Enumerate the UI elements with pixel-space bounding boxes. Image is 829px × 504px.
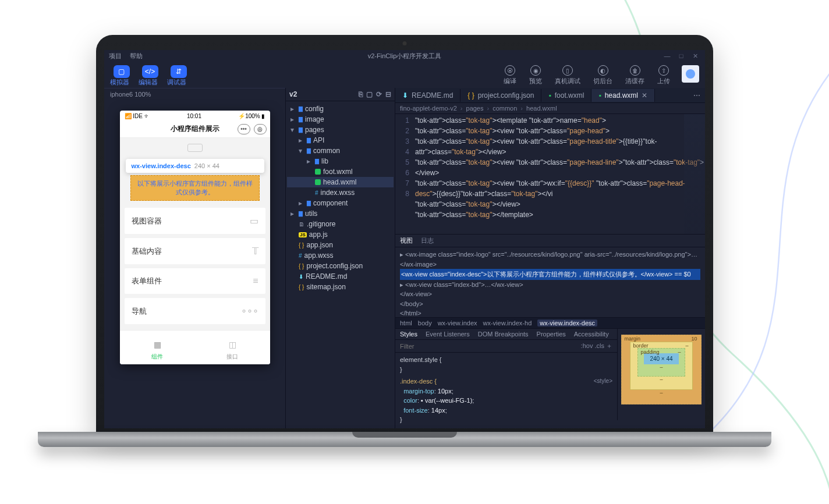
toolbar-action[interactable]: ⇧上传 (657, 65, 670, 86)
devtools-tab-log[interactable]: 日志 (421, 236, 434, 245)
dom-line[interactable]: ▸ <wx-view class="index-bd">…</wx-view> (400, 280, 700, 290)
editor-tab[interactable]: ▪foot.wxml (541, 89, 591, 102)
phone-simulator: 📶 IDE ᯤ 10:01 ⚡100% ▮ 小程序组件展示 ••• ◎ (120, 111, 270, 364)
styles-subtab[interactable]: Styles (400, 331, 417, 338)
dom-crumb[interactable]: wx-view.index (438, 320, 477, 326)
styles-pane: StylesEvent ListenersDOM BreakpointsProp… (395, 329, 618, 420)
phone-tabbar: ▦ 组件 ◫ 接口 (120, 330, 270, 364)
toolbar-action[interactable]: ◐切后台 (593, 65, 612, 86)
status-battery: ⚡100% ▮ (238, 113, 265, 119)
code-line[interactable]: "tok-attr">class="tok-tag"></template> (415, 210, 705, 220)
tree-item-label: .gitignore (307, 220, 335, 228)
breadcrumb-segment[interactable]: common (493, 105, 517, 112)
component-list-item[interactable]: 导航∘∘∘ (125, 298, 265, 324)
phone-tab-api[interactable]: ◫ 接口 (195, 331, 270, 364)
tree-row[interactable]: JSapp.js (287, 229, 394, 240)
phone-tab-components[interactable]: ▦ 组件 (120, 331, 195, 364)
file-type-icon: ⬇ (402, 91, 408, 100)
refresh-icon[interactable]: ⟳ (376, 90, 382, 98)
tree-row[interactable]: ▾▇pages (287, 125, 394, 135)
code-line[interactable]: "tok-attr">class="tok-tag"></view> (415, 199, 705, 210)
tree-row[interactable]: { }sitemap.json (287, 282, 394, 292)
code-line[interactable]: "tok-attr">class="tok-tag"><view "tok-at… (415, 178, 705, 199)
toolbar-pill[interactable]: ⇵ (171, 65, 187, 78)
code-line[interactable] (415, 220, 705, 230)
tree-row[interactable]: ▸▇config (287, 104, 394, 114)
toolbar-action[interactable]: 🗑清缓存 (625, 65, 644, 86)
breadcrumb-segment[interactable]: fino-applet-demo-v2 (400, 105, 457, 112)
tree-row[interactable]: ▸▇image (287, 114, 394, 125)
tree-row[interactable]: ▸▇component (287, 198, 394, 208)
editor-tab[interactable]: ▪head.wxml✕ (591, 89, 655, 102)
tree-row[interactable]: { }project.config.json (287, 261, 394, 271)
css-rules[interactable]: element.style { } .index-desc {<style> m… (395, 353, 617, 428)
code-editor[interactable]: 12345678 "tok-attr">class="tok-tag"><tem… (395, 114, 705, 234)
toolbar-action[interactable]: ⦿编译 (504, 65, 516, 86)
tree-row[interactable]: ▸▇API (287, 135, 394, 145)
component-list-item[interactable]: 视图容器▭ (125, 208, 265, 234)
tree-row[interactable]: 🗎.gitignore (287, 219, 394, 229)
minimap[interactable] (684, 114, 705, 234)
tree-row[interactable]: #index.wxss (287, 187, 394, 198)
new-file-icon[interactable]: ⎘ (359, 90, 363, 98)
tree-row[interactable]: foot.wxml (287, 166, 394, 177)
user-avatar[interactable] (682, 65, 699, 83)
code-line[interactable]: "tok-attr">class="tok-tag"><view "tok-at… (415, 126, 705, 136)
styles-subtab[interactable]: Properties (537, 331, 566, 338)
dom-crumb[interactable]: html (400, 320, 412, 326)
tree-row[interactable]: #app.wxss (287, 250, 394, 261)
styles-subtab[interactable]: DOM Breakpoints (478, 331, 529, 338)
toolbar-pill[interactable]: ▢ (114, 65, 130, 78)
styles-filter-input[interactable] (400, 343, 581, 350)
styles-subtab[interactable]: Event Listeners (426, 331, 470, 338)
window-minimize-button[interactable]: — (662, 52, 672, 60)
window-maximize-button[interactable]: □ (676, 52, 686, 60)
dom-crumb[interactable]: wx-view.index-desc (537, 320, 597, 326)
toolbar-action-icon: ▯ (562, 65, 573, 76)
tree-row[interactable]: ▾▇common (287, 145, 394, 156)
file-type-icon: { } (467, 91, 474, 100)
devtools-tab-view[interactable]: 视图 (400, 236, 413, 245)
dom-selected-line[interactable]: <wx-view class="index-desc">以下将展示小程序官方组件… (400, 269, 700, 280)
collapse-icon[interactable]: ⊟ (385, 90, 391, 98)
tree-item-label: component (313, 199, 348, 207)
phone-close-button[interactable]: ◎ (254, 124, 267, 134)
styles-filter-controls[interactable]: :hov .cls ＋ (581, 342, 612, 350)
breadcrumb-segment[interactable]: pages (466, 105, 484, 112)
tabs-more-icon[interactable]: ⋯ (689, 91, 705, 100)
component-list-item[interactable]: 表单组件≡ (125, 268, 265, 294)
tree-row[interactable]: ▸▇lib (287, 156, 394, 166)
window-close-button[interactable]: ✕ (690, 52, 700, 60)
phone-more-button[interactable]: ••• (238, 124, 250, 134)
new-folder-icon[interactable]: ▢ (366, 90, 373, 98)
toolbar-pill[interactable]: </> (142, 65, 158, 78)
tree-row[interactable]: ⬇README.md (287, 271, 394, 282)
tab-close-icon[interactable]: ✕ (642, 91, 647, 100)
toolbar-action[interactable]: ◉预览 (529, 65, 542, 86)
code-line[interactable]: "tok-attr">class="tok-tag"><view "tok-at… (415, 136, 705, 157)
toolbar-action[interactable]: ▯真机调试 (555, 65, 580, 86)
line-gutter: 12345678 (395, 115, 415, 230)
menu-help[interactable]: 帮助 (130, 52, 143, 61)
dom-crumb[interactable]: body (418, 320, 432, 326)
explorer-root-label[interactable]: v2 (289, 90, 297, 98)
breadcrumb-segment[interactable]: head.wxml (526, 105, 557, 112)
menu-project[interactable]: 项目 (109, 52, 122, 61)
editor-tab[interactable]: ⬇README.md (395, 89, 460, 102)
folder-icon: ▇ (299, 127, 303, 133)
highlighted-element[interactable]: 以下将展示小程序官方组件能力，组件样式仅供参考。 (130, 175, 260, 201)
list-item-icon: 𝕋 (252, 246, 258, 257)
folder-icon: ▇ (307, 137, 311, 143)
styles-subtab[interactable]: Accessibility (574, 331, 609, 338)
dom-tree[interactable]: ▸ <wx-image class="index-logo" src="../r… (395, 247, 705, 317)
editor-tab[interactable]: { }project.config.json (460, 89, 541, 102)
dom-crumb[interactable]: wx-view.index-hd (483, 320, 532, 326)
component-list-item[interactable]: 基础内容𝕋 (125, 238, 265, 264)
code-line[interactable]: "tok-attr">class="tok-tag"><view "tok-at… (415, 157, 705, 178)
code-line[interactable]: "tok-attr">class="tok-tag"><template "to… (415, 115, 705, 126)
tree-row[interactable]: ▸▇utils (287, 208, 394, 219)
tree-row[interactable]: { }app.json (287, 240, 394, 250)
ide-window: 项目 帮助 v2-FinClip小程序开发工具 — □ ✕ ▢模拟器</>编辑器… (104, 50, 705, 428)
tree-row[interactable]: head.wxml (287, 177, 394, 187)
dom-line[interactable]: ▸ <wx-image class="index-logo" src="../r… (400, 250, 700, 269)
